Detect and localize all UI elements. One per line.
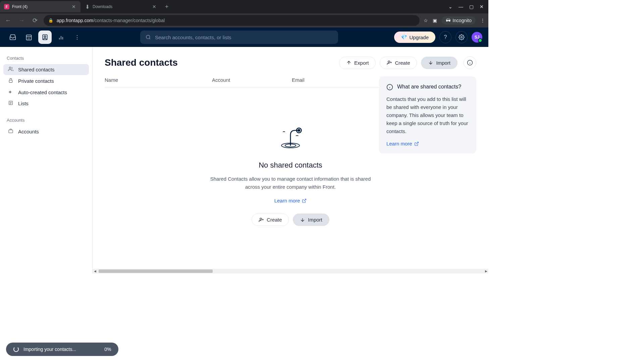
search-icon (146, 35, 151, 40)
settings-icon[interactable] (455, 31, 468, 43)
empty-title: No shared contacts (207, 161, 374, 170)
download-icon: ⬇ (85, 4, 90, 9)
incognito-badge[interactable]: 🕶 Incognito (442, 16, 476, 24)
svg-point-18 (388, 61, 390, 63)
incognito-icon: 🕶 (446, 18, 450, 23)
users-icon (8, 66, 14, 73)
upload-icon (346, 60, 352, 65)
tab-close-icon[interactable]: ✕ (71, 4, 76, 9)
sidebar-item-private-contacts[interactable]: Private contacts (3, 75, 89, 86)
reload-button[interactable]: ⟳ (30, 17, 40, 24)
info-panel-learn-more-link[interactable]: Learn more (386, 141, 419, 146)
window-maximize[interactable]: ▢ (469, 4, 474, 9)
diamond-icon: 💎 (401, 34, 407, 40)
sidebar-section-contacts: Contacts (3, 54, 89, 64)
horizontal-scrollbar[interactable]: ◀ ▶ (93, 269, 488, 274)
import-button[interactable]: Import (421, 57, 458, 69)
sidebar-section-accounts: Accounts (3, 116, 89, 126)
sidebar-item-label: Shared contacts (18, 67, 54, 72)
svg-point-4 (44, 36, 46, 38)
user-avatar[interactable]: SJ (472, 32, 482, 43)
window-close[interactable]: ✕ (480, 4, 484, 9)
window-controls: ⌄ — ▢ ✕ (448, 4, 488, 9)
svg-rect-17 (9, 130, 13, 133)
browser-tab-front[interactable]: F Front (4) ✕ (0, 1, 80, 12)
list-icon (8, 100, 14, 107)
help-icon[interactable]: ? (439, 31, 451, 43)
window-dropdown[interactable]: ⌄ (448, 4, 452, 9)
nav-analytics-icon[interactable] (54, 31, 68, 44)
search-input[interactable] (155, 35, 333, 40)
user-plus-icon (387, 60, 392, 65)
page-title: Shared contacts (105, 57, 178, 68)
svg-point-29 (260, 218, 262, 220)
sidebar-item-label: Accounts (18, 129, 39, 134)
sidebar-item-lists[interactable]: Lists (3, 98, 89, 109)
nav-calendar-icon[interactable]: 31 (22, 31, 36, 44)
forward-button[interactable]: → (17, 17, 26, 24)
search-bar[interactable] (140, 31, 338, 44)
user-plus-icon (259, 217, 264, 223)
svg-text:31: 31 (28, 37, 30, 40)
empty-create-button[interactable]: Create (252, 214, 289, 226)
new-tab-button[interactable]: + (161, 3, 173, 10)
nav-inbox-icon[interactable] (6, 31, 19, 44)
browser-menu-icon[interactable]: ⋮ (480, 18, 485, 23)
svg-line-28 (304, 199, 306, 201)
empty-import-button[interactable]: Import (293, 214, 329, 226)
sparkles-icon: ✦ (8, 89, 14, 95)
external-link-icon (414, 141, 419, 146)
address-bar[interactable]: 🔒 app.frontapp.com/contacts-manager/cont… (44, 15, 420, 26)
svg-line-9 (149, 38, 150, 39)
svg-point-27 (298, 129, 300, 131)
scroll-left-icon[interactable]: ◀ (93, 269, 97, 273)
info-icon (467, 60, 473, 66)
sidebar-item-label: Auto-created contacts (18, 89, 67, 95)
nav-more-icon[interactable]: ⋮ (70, 31, 84, 44)
extensions-icon[interactable]: ▣ (433, 18, 437, 23)
svg-point-8 (146, 35, 150, 39)
tab-title: Front (4) (12, 4, 68, 9)
browser-tab-strip: F Front (4) ✕ ⬇ Downloads ✕ + ⌄ — ▢ ✕ (0, 0, 488, 13)
info-icon (386, 84, 393, 90)
download-icon (428, 60, 433, 65)
window-minimize[interactable]: — (459, 4, 463, 9)
empty-description: Shared Contacts allow you to manage cont… (207, 175, 374, 191)
info-panel: What are shared contacts? Contacts that … (379, 76, 476, 154)
lock-icon: 🔒 (48, 18, 53, 23)
bookmark-icon[interactable]: ☆ (424, 18, 428, 23)
periscope-illustration (275, 121, 306, 152)
upgrade-button[interactable]: 💎 Upgrade (394, 32, 435, 43)
main-content: Shared contacts Export Create Import (93, 47, 488, 274)
learn-more-link[interactable]: Learn more (274, 198, 307, 203)
app-header: 31 ⋮ 💎 Upgrade ? SJ (0, 27, 488, 47)
nav-contacts-icon[interactable] (38, 31, 52, 44)
tab-title: Downloads (93, 4, 149, 9)
create-button[interactable]: Create (380, 57, 417, 69)
favicon-front: F (4, 4, 9, 9)
info-button[interactable] (464, 56, 476, 69)
browser-toolbar: ← → ⟳ 🔒 app.frontapp.com/contacts-manage… (0, 13, 488, 27)
download-icon (300, 217, 305, 223)
sidebar-item-accounts[interactable]: Accounts (3, 126, 89, 137)
back-button[interactable]: ← (3, 17, 13, 24)
scroll-right-icon[interactable]: ▶ (484, 269, 488, 273)
browser-tab-downloads[interactable]: ⬇ Downloads ✕ (80, 1, 161, 12)
lock-icon (8, 78, 14, 84)
sidebar: Contacts Shared contacts Private contact… (0, 47, 93, 274)
column-account[interactable]: Account (212, 77, 292, 83)
empty-state: No shared contacts Shared Contacts allow… (207, 88, 374, 226)
scroll-thumb[interactable] (99, 269, 213, 273)
svg-rect-12 (9, 80, 12, 82)
info-panel-body: Contacts that you add to this list will … (386, 95, 469, 135)
sidebar-item-shared-contacts[interactable]: Shared contacts (3, 64, 89, 75)
svg-point-11 (9, 67, 11, 69)
svg-point-10 (461, 37, 463, 38)
sidebar-item-label: Lists (18, 101, 29, 106)
column-name[interactable]: Name (105, 77, 212, 83)
export-button[interactable]: Export (339, 57, 376, 69)
info-panel-title: What are shared contacts? (397, 83, 461, 90)
url-text: app.frontapp.com/contacts-manager/contac… (57, 18, 165, 23)
tab-close-icon[interactable]: ✕ (152, 4, 157, 9)
sidebar-item-auto-created-contacts[interactable]: ✦ Auto-created contacts (3, 87, 89, 98)
